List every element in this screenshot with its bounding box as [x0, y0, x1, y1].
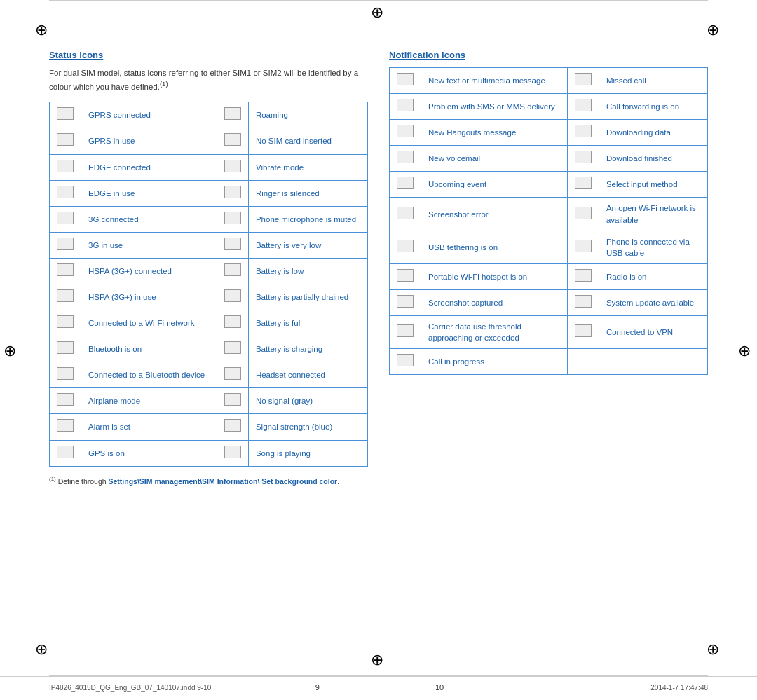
- label-cell: Battery is charging: [248, 336, 367, 362]
- icon-cell: [567, 68, 599, 94]
- battery-low-icon: [224, 263, 241, 276]
- reg-mark-top-center: [371, 4, 386, 21]
- mic-muted-icon: [224, 212, 241, 224]
- icon-cell: [217, 102, 248, 128]
- open-wifi-icon: [575, 207, 592, 219]
- label-cell: EDGE connected: [81, 154, 217, 180]
- vpn-icon: [575, 324, 592, 337]
- label-cell: Bluetooth is on: [81, 336, 217, 362]
- battery-partial-icon: [224, 289, 241, 302]
- label-cell: New voicemail: [421, 146, 568, 172]
- table-row: GPRS in use No SIM card inserted: [50, 128, 368, 154]
- icon-cell: [217, 440, 248, 466]
- footer-divider: [378, 680, 379, 694]
- sms-problem-icon: [397, 99, 414, 111]
- icon-cell: [50, 362, 81, 388]
- icon-cell: [217, 310, 248, 336]
- call-progress-icon: [397, 354, 414, 366]
- label-cell: Ringer is silenced: [248, 180, 367, 206]
- reg-mark-left-center: [4, 341, 19, 359]
- icon-cell: [50, 258, 81, 284]
- downloading-icon: [575, 125, 592, 137]
- table-row: Screenshot error An open Wi-Fi network i…: [390, 198, 708, 231]
- radio-on-icon: [575, 269, 592, 282]
- label-cell: EDGE in use: [81, 180, 217, 206]
- table-row: Airplane mode No signal (gray): [50, 388, 368, 414]
- battery-very-low-icon: [224, 238, 241, 250]
- icon-cell: [567, 94, 599, 120]
- hspa-in-use-icon: [57, 289, 74, 302]
- system-update-icon: [575, 295, 592, 308]
- headset-icon: [224, 367, 241, 380]
- table-row: HSPA (3G+) in use Battery is partially d…: [50, 284, 368, 310]
- table-row: GPRS connected Roaming: [50, 102, 368, 128]
- table-row: Problem with SMS or MMS delivery Call fo…: [390, 94, 708, 120]
- label-cell: Screenshot captured: [421, 289, 568, 315]
- icon-cell: [567, 231, 599, 263]
- wifi-connected-icon: [57, 315, 74, 328]
- icon-cell: [567, 263, 599, 289]
- edge-in-use-icon: [57, 186, 74, 198]
- label-cell: New Hangouts message: [421, 120, 568, 146]
- page-container: Status icons For dual SIM model, status …: [0, 0, 757, 700]
- icon-cell: [217, 258, 248, 284]
- icon-cell: [567, 349, 599, 375]
- intro-body: For dual SIM model, status icons referri…: [49, 69, 358, 91]
- icon-cell: [50, 284, 81, 310]
- icon-cell: [390, 289, 421, 315]
- reg-mark-bottom-left: [35, 640, 50, 658]
- label-cell: Battery is partially drained: [248, 284, 367, 310]
- 3g-connected-icon: [57, 212, 74, 224]
- label-cell: Select input method: [599, 172, 707, 198]
- icon-cell: [567, 120, 599, 146]
- table-row: 3G connected Phone microphone is muted: [50, 206, 368, 232]
- status-intro-text: For dual SIM model, status icons referri…: [49, 67, 368, 93]
- status-icons-title: Status icons: [49, 50, 368, 60]
- ringer-silenced-icon: [224, 186, 241, 198]
- icon-cell: [217, 128, 248, 154]
- carrier-data-icon: [397, 324, 414, 337]
- table-row: 3G in use Battery is very low: [50, 232, 368, 258]
- label-cell: 3G in use: [81, 232, 217, 258]
- icon-cell: [50, 102, 81, 128]
- table-row: New text or multimedia message Missed ca…: [390, 68, 708, 94]
- label-cell: Problem with SMS or MMS delivery: [421, 94, 568, 120]
- label-cell: Connected to a Wi-Fi network: [81, 310, 217, 336]
- table-row: EDGE in use Ringer is silenced: [50, 180, 368, 206]
- reg-mark-top-left: [35, 21, 50, 39]
- icon-cell: [50, 414, 81, 440]
- icon-cell: [567, 198, 599, 231]
- no-sim-icon: [224, 133, 241, 146]
- icon-cell: [50, 154, 81, 180]
- bluetooth-on-icon: [57, 341, 74, 354]
- label-cell: Call forwarding is on: [599, 94, 707, 120]
- 3g-in-use-icon: [57, 238, 74, 250]
- status-table: GPRS connected Roaming GPRS in use No SI…: [49, 102, 368, 466]
- icon-cell: [50, 440, 81, 466]
- call-forwarding-icon: [575, 99, 592, 111]
- edge-connected-icon: [57, 160, 74, 172]
- no-signal-icon: [224, 393, 241, 406]
- table-row: Alarm is set Signal strength (blue): [50, 414, 368, 440]
- icon-cell: [390, 198, 421, 231]
- icon-cell: [390, 94, 421, 120]
- bluetooth-device-icon: [57, 367, 74, 380]
- intro-footnote-ref: (1): [160, 80, 168, 88]
- upcoming-event-icon: [397, 177, 414, 189]
- label-cell: No SIM card inserted: [248, 128, 367, 154]
- vibrate-icon: [224, 160, 241, 172]
- icon-cell: [390, 263, 421, 289]
- icon-cell: [217, 414, 248, 440]
- icon-cell: [217, 232, 248, 258]
- table-row: New voicemail Download finished: [390, 146, 708, 172]
- icon-cell: [217, 154, 248, 180]
- table-row: EDGE connected Vibrate mode: [50, 154, 368, 180]
- label-cell: GPS is on: [81, 440, 217, 466]
- gprs-connected-icon: [57, 107, 74, 120]
- table-row: USB tethering is on Phone is connected v…: [390, 231, 708, 263]
- notification-icons-section: Notification icons New text or multimedi…: [389, 50, 708, 619]
- icon-cell: [390, 349, 421, 375]
- label-cell: Phone microphone is muted: [248, 206, 367, 232]
- footnote-number: (1): [49, 476, 56, 482]
- footer-date: 2014-1-7 17:47:48: [493, 684, 708, 692]
